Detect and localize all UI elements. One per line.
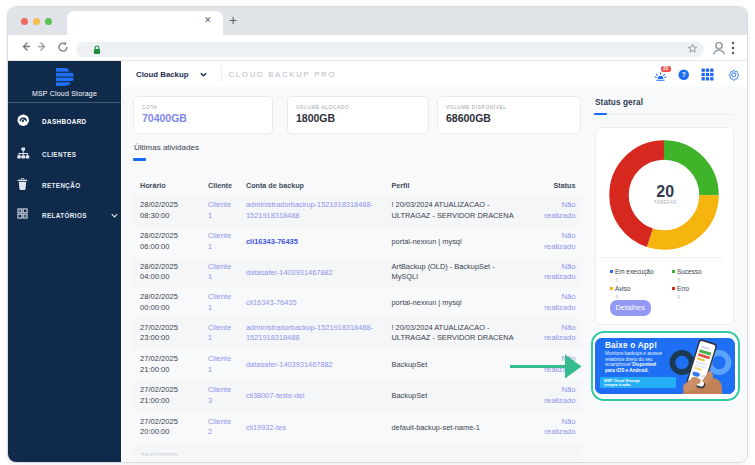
svg-text:?: ?: [682, 71, 686, 78]
